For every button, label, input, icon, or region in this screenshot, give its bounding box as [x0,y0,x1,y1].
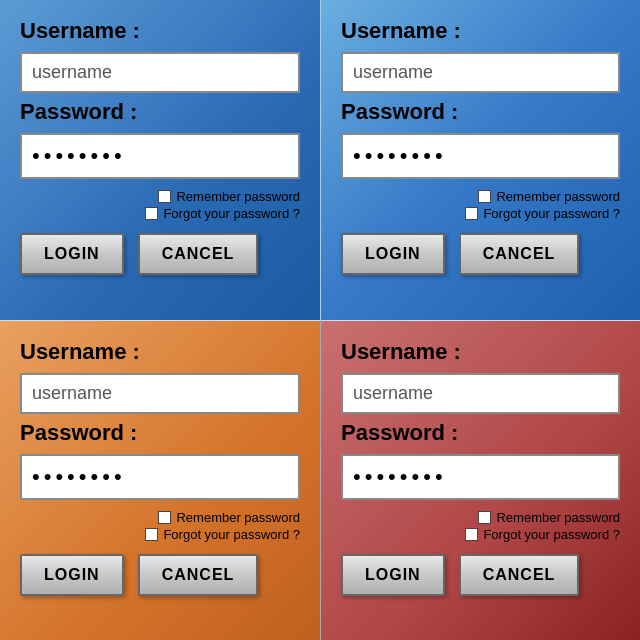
panel-bottom-right: Username : Password : Remember password … [320,320,640,640]
username-input-bl[interactable] [20,373,300,414]
remember-row-bl[interactable]: Remember password [158,510,300,525]
login-button-tl[interactable]: LOGIN [20,233,124,275]
remember-checkbox-bl[interactable] [158,511,171,524]
forgot-row-br[interactable]: Forgot your password ? [465,527,620,542]
cancel-button-br[interactable]: CANCEL [459,554,580,596]
username-input-tr[interactable] [341,52,620,93]
cancel-button-bl[interactable]: CANCEL [138,554,259,596]
login-button-tr[interactable]: LOGIN [341,233,445,275]
panel-bottom-left: Username : Password : Remember password … [0,320,320,640]
forgot-label-tr: Forgot your password ? [483,206,620,221]
remember-label-br: Remember password [496,510,620,525]
forgot-row-bl[interactable]: Forgot your password ? [145,527,300,542]
forgot-row-tl[interactable]: Forgot your password ? [145,206,300,221]
username-input-tl[interactable] [20,52,300,93]
remember-label-bl: Remember password [176,510,300,525]
login-button-br[interactable]: LOGIN [341,554,445,596]
buttons-tl: LOGIN CANCEL [20,233,300,275]
remember-checkbox-tr[interactable] [478,190,491,203]
username-input-br[interactable] [341,373,620,414]
forgot-checkbox-br[interactable] [465,528,478,541]
cancel-button-tl[interactable]: CANCEL [138,233,259,275]
forgot-checkbox-bl[interactable] [145,528,158,541]
checkboxes-br: Remember password Forgot your password ? [341,510,620,542]
forgot-checkbox-tr[interactable] [465,207,478,220]
buttons-br: LOGIN CANCEL [341,554,620,596]
password-label-tl: Password : [20,99,300,125]
forgot-checkbox-tl[interactable] [145,207,158,220]
login-button-bl[interactable]: LOGIN [20,554,124,596]
password-label-br: Password : [341,420,620,446]
username-label-tr: Username : [341,18,620,44]
checkboxes-tl: Remember password Forgot your password ? [20,189,300,221]
buttons-tr: LOGIN CANCEL [341,233,620,275]
password-input-tl[interactable] [20,133,300,179]
cancel-button-tr[interactable]: CANCEL [459,233,580,275]
password-label-tr: Password : [341,99,620,125]
remember-checkbox-tl[interactable] [158,190,171,203]
password-label-bl: Password : [20,420,300,446]
panel-top-right: Username : Password : Remember password … [320,0,640,320]
password-input-tr[interactable] [341,133,620,179]
remember-checkbox-br[interactable] [478,511,491,524]
panel-top-left: Username : Password : Remember password … [0,0,320,320]
buttons-bl: LOGIN CANCEL [20,554,300,596]
password-input-br[interactable] [341,454,620,500]
checkboxes-tr: Remember password Forgot your password ? [341,189,620,221]
username-label-bl: Username : [20,339,300,365]
forgot-row-tr[interactable]: Forgot your password ? [465,206,620,221]
remember-row-br[interactable]: Remember password [478,510,620,525]
username-label-tl: Username : [20,18,300,44]
remember-label-tl: Remember password [176,189,300,204]
password-input-bl[interactable] [20,454,300,500]
remember-label-tr: Remember password [496,189,620,204]
remember-row-tr[interactable]: Remember password [478,189,620,204]
username-label-br: Username : [341,339,620,365]
checkboxes-bl: Remember password Forgot your password ? [20,510,300,542]
forgot-label-bl: Forgot your password ? [163,527,300,542]
remember-row-tl[interactable]: Remember password [158,189,300,204]
forgot-label-tl: Forgot your password ? [163,206,300,221]
forgot-label-br: Forgot your password ? [483,527,620,542]
